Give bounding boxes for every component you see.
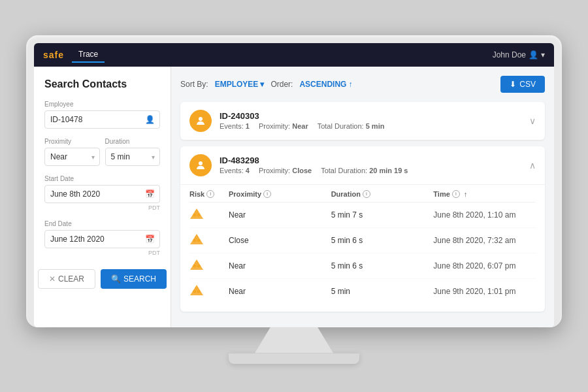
person-icon: 👤 [145,115,155,124]
risk-icon-4 [189,284,229,299]
start-date-input-wrap: 📅 [44,185,160,203]
employee-input-wrap: 👤 [44,110,160,129]
contact-card-2: ID-483298 Events: 4 Proximity: Close Tot… [180,146,545,312]
sort-by-value[interactable]: EMPLOYEE ▾ [215,80,265,89]
main-layout: Search Contacts Employee 👤 Proximity [34,67,554,327]
duration-cell-1: 5 min 7 s [331,210,434,220]
sort-time-icon[interactable]: ↑ [464,190,468,198]
time-cell-1: June 8th 2020, 1:10 am [433,210,536,220]
table-row: Close 5 min 6 s June 8th 2020, 7:32 am [189,228,536,253]
card-info-1: ID-240303 Events: 1 Proximity: Near Tota… [220,111,521,130]
avatar-1 [189,110,212,132]
search-label: SEARCH [123,274,156,284]
start-date-input[interactable] [44,185,160,203]
time-cell-4: June 9th 2020, 1:01 pm [433,287,536,296]
risk-icon-3 [189,258,229,274]
order-label: Order: [270,80,293,89]
csv-label: CSV [519,80,536,89]
sidebar-title: Search Contacts [44,78,160,90]
card-header-2: ID-483298 Events: 4 Proximity: Close Tot… [180,146,545,184]
proximity-label: Proximity [44,138,100,145]
svg-point-1 [199,161,203,165]
risk-icon-1 [189,207,229,223]
clear-button[interactable]: ✕ CLEAR [38,269,95,289]
search-icon: 🔍 [111,274,121,284]
clear-label: CLEAR [58,274,84,284]
duration-select[interactable]: 5 min 10 min 15 min 30 min [105,148,161,166]
sort-by-text: EMPLOYEE [215,80,259,89]
employee-label: Employee [44,101,160,108]
risk-col-header: Risk i [189,190,229,198]
nav-left: safe Trace [43,47,105,63]
employee-input[interactable] [44,110,160,129]
trace-tab[interactable]: Trace [72,47,105,63]
duration-field-group: Duration 5 min 10 min 15 min 30 min ▾ [105,138,161,166]
collapse-icon-1[interactable]: ∨ [529,116,536,126]
contact-card-1: ID-240303 Events: 1 Proximity: Near Tota… [180,102,545,140]
contact-id-2: ID-483298 [220,155,521,165]
user-menu[interactable]: John Doe 👤 ▾ [493,50,545,59]
expand-icon-2[interactable]: ∧ [529,160,536,171]
card-meta-1: Events: 1 Proximity: Near Total Duration… [220,122,521,130]
duration-label-1: Total Duration: 5 min [318,122,385,130]
proximity-label-1: Proximity: Near [259,122,308,130]
card-meta-2: Events: 4 Proximity: Close Total Duratio… [220,167,521,174]
logo: safe [43,50,64,60]
svg-point-8 [197,238,201,242]
events-label-2: Events: 4 [220,167,250,174]
sort-by-label: Sort By: [180,80,208,89]
proximity-info-icon[interactable]: i [263,190,271,198]
svg-marker-6 [190,234,203,244]
end-date-input[interactable] [44,230,160,248]
user-avatar-icon: 👤 [529,50,538,59]
start-date-pdt: PDT [44,204,160,211]
table-row: Near 5 min 6 s June 8th 2020, 6:07 pm [189,253,536,279]
table-row: Near 5 min June 9th 2020, 1:01 pm [189,279,536,304]
sidebar: Search Contacts Employee 👤 Proximity [34,67,171,327]
proximity-field-group: Proximity Near Close Far ▾ [44,138,100,166]
logo-text: saf [43,50,58,60]
table-header: Risk i Proximity i Duration i [189,185,536,203]
end-date-label: End Date [44,220,160,227]
risk-label: Risk [189,190,204,198]
svg-point-12 [197,264,201,267]
table-row: Near 5 min 7 s June 8th 2020, 1:10 am [189,203,536,228]
time-cell-2: June 8th 2020, 7:32 am [433,236,536,245]
order-value[interactable]: ASCENDING ↑ [299,80,352,89]
contact-id-1: ID-240303 [220,111,521,121]
risk-icon-2 [189,233,229,248]
time-col-label: Time [433,190,449,198]
time-col-header: Time i ↑ [433,190,536,198]
svg-point-15 [193,289,197,293]
download-icon: ⬇ [510,80,516,89]
proximity-select-wrap: Near Close Far ▾ [44,148,100,166]
topnav: safe Trace John Doe 👤 ▾ [34,43,554,67]
duration-info-icon[interactable]: i [363,190,370,198]
end-date-field-group: End Date 📅 PDT [44,220,160,256]
action-buttons: ✕ CLEAR 🔍 SEARCH [44,269,160,289]
proximity-select[interactable]: Near Close Far [44,148,100,166]
duration-cell-3: 5 min 6 s [331,261,434,270]
card-info-2: ID-483298 Events: 4 Proximity: Close Tot… [220,155,521,174]
svg-point-0 [199,117,203,121]
svg-point-7 [193,238,197,242]
calendar-icon: 📅 [145,235,155,244]
logo-accent: e [58,50,64,60]
time-cell-3: June 8th 2020, 6:07 pm [433,261,536,270]
risk-info-icon[interactable]: i [206,190,214,198]
proximity-cell-4: Near [229,287,331,296]
start-date-label: Start Date [44,175,160,182]
csv-button[interactable]: ⬇ CSV [500,76,545,93]
svg-point-11 [193,264,197,267]
svg-marker-2 [190,208,203,219]
proximity-label-2: Proximity: Close [259,167,312,174]
calendar-icon: 📅 [145,189,155,199]
proximity-duration-row: Proximity Near Close Far ▾ [44,138,160,175]
time-info-icon[interactable]: i [452,190,460,198]
content-area: Sort By: EMPLOYEE ▾ Order: ASCENDING ↑ ⬇ [171,67,554,327]
search-button[interactable]: 🔍 SEARCH [101,269,167,289]
svg-point-4 [197,213,201,216]
chevron-down-icon: ▾ [541,50,545,59]
order-text: ASCENDING [299,80,346,89]
proximity-cell-2: Close [229,236,331,245]
